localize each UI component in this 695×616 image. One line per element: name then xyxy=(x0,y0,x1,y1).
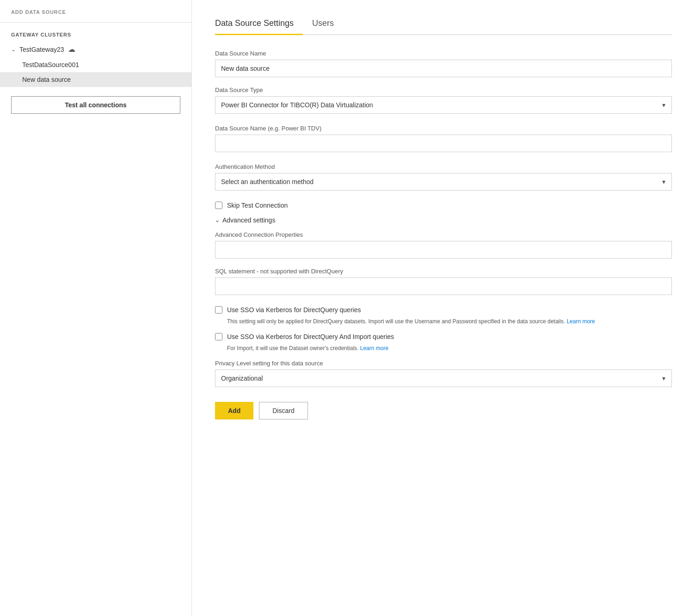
sso-kerberos-label[interactable]: Use SSO via Kerberos for DirectQuery que… xyxy=(227,306,361,314)
sso-kerberos-import-row: Use SSO via Kerberos for DirectQuery And… xyxy=(215,333,672,340)
sso-kerberos-import-learn-more-link[interactable]: Learn more xyxy=(360,345,388,351)
main-content: Data Source Settings Users Data Source N… xyxy=(192,0,695,616)
advanced-conn-section: Advanced Connection Properties xyxy=(215,231,672,259)
sso-kerberos-import-info: For Import, it will use the Dataset owne… xyxy=(227,344,672,352)
sql-statement-input[interactable] xyxy=(215,277,672,295)
action-buttons: Add Discard xyxy=(215,402,672,419)
sso-kerberos-learn-more-link[interactable]: Learn more xyxy=(566,318,595,325)
privacy-level-wrapper: Organizational None Private Public xyxy=(215,370,672,387)
datasource-name-label: Data Source Name xyxy=(215,50,672,57)
sso-kerberos-import-checkbox[interactable] xyxy=(215,333,222,340)
tab-data-source-settings[interactable]: Data Source Settings xyxy=(215,14,303,35)
add-button[interactable]: Add xyxy=(215,402,253,419)
advanced-conn-input[interactable] xyxy=(215,241,672,259)
datasource-type-wrapper: Power BI Connector for TIBCO(R) Data Vir… xyxy=(215,96,672,114)
privacy-level-section: Privacy Level setting for this data sour… xyxy=(215,360,672,387)
gateway-item[interactable]: ⌄ TestGateway23 ☁ xyxy=(0,41,191,57)
sql-statement-label: SQL statement - not supported with Direc… xyxy=(215,268,672,275)
privacy-level-select[interactable]: Organizational None Private Public xyxy=(215,370,672,387)
advanced-settings-label: Advanced settings xyxy=(222,216,275,224)
skip-test-connection-row: Skip Test Connection xyxy=(215,202,672,209)
skip-test-connection-checkbox[interactable] xyxy=(215,202,222,209)
chevron-down-icon: ⌄ xyxy=(215,217,220,223)
sidebar: ADD DATA SOURCE GATEWAY CLUSTERS ⌄ TestG… xyxy=(0,0,192,616)
chevron-down-icon: ⌄ xyxy=(11,46,16,53)
datasource-name-eg-section: Data Source Name (e.g. Power BI TDV) xyxy=(215,125,672,152)
datasource-item-1[interactable]: New data source xyxy=(0,72,191,87)
datasource-name-eg-label: Data Source Name (e.g. Power BI TDV) xyxy=(215,125,672,132)
auth-method-label: Authentication Method xyxy=(215,163,672,170)
sso-kerberos-row: Use SSO via Kerberos for DirectQuery que… xyxy=(215,306,672,314)
datasource-name-section: Data Source Name xyxy=(215,50,672,77)
tabs: Data Source Settings Users xyxy=(215,14,672,35)
auth-method-select[interactable]: Select an authentication method xyxy=(215,173,672,191)
skip-test-connection-label[interactable]: Skip Test Connection xyxy=(227,202,288,209)
datasource-name-input[interactable] xyxy=(215,60,672,77)
sso-kerberos-info: This setting will only be applied for Di… xyxy=(227,317,672,326)
datasource-type-section: Data Source Type Power BI Connector for … xyxy=(215,86,672,114)
sso-kerberos-import-label[interactable]: Use SSO via Kerberos for DirectQuery And… xyxy=(227,333,394,340)
sidebar-header: ADD DATA SOURCE xyxy=(0,9,191,23)
datasource-type-label: Data Source Type xyxy=(215,86,672,93)
tab-users[interactable]: Users xyxy=(312,14,343,35)
gateway-name: TestGateway23 xyxy=(19,46,64,53)
sso-kerberos-checkbox[interactable] xyxy=(215,306,222,314)
datasource-type-select[interactable]: Power BI Connector for TIBCO(R) Data Vir… xyxy=(215,96,672,114)
auth-method-section: Authentication Method Select an authenti… xyxy=(215,163,672,191)
advanced-settings-toggle[interactable]: ⌄ Advanced settings xyxy=(215,216,672,224)
cloud-icon: ☁ xyxy=(68,45,75,54)
test-all-connections-button[interactable]: Test all connections xyxy=(11,96,180,114)
sql-statement-section: SQL statement - not supported with Direc… xyxy=(215,268,672,295)
privacy-level-label: Privacy Level setting for this data sour… xyxy=(215,360,672,367)
advanced-conn-label: Advanced Connection Properties xyxy=(215,231,672,238)
datasource-item-0[interactable]: TestDataSource001 xyxy=(0,57,191,72)
auth-method-wrapper: Select an authentication method xyxy=(215,173,672,191)
gateway-section-header: GATEWAY CLUSTERS xyxy=(0,23,191,41)
discard-button[interactable]: Discard xyxy=(259,402,308,419)
datasource-name-eg-input[interactable] xyxy=(215,135,672,152)
